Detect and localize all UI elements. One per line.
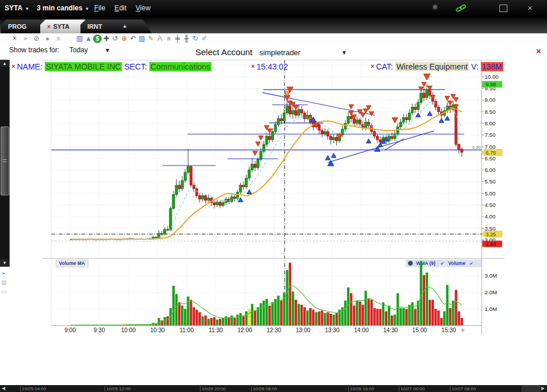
wrench-icon[interactable]: ✐ [200,34,209,43]
scroll-up-icon[interactable]: ▲ [0,60,9,67]
chevron-down-icon[interactable]: ▼ [105,47,110,53]
price-axis-label: 3.50 [484,225,495,232]
menu-file[interactable]: File [94,4,105,12]
close-chart-button[interactable]: × [536,46,541,56]
legend-volume-label: Volume [448,260,465,266]
menu-edit[interactable]: Edit [114,4,126,12]
candle [414,107,417,109]
candle [187,167,189,172]
price-axis-label: 5.50 [484,178,495,185]
chart-canvas[interactable]: 9:009:3010:0010:3011:0011:3012:0012:3013… [0,60,547,385]
candle [402,118,405,122]
horizontal-scrollbar-thumb[interactable] [522,386,540,392]
volume-bar [323,313,326,326]
volume-bar [228,317,230,325]
volume-bar [341,307,344,325]
volume-bar [184,309,186,325]
candle [286,106,288,113]
crosshair-cursor-icon[interactable]: ✚ [102,34,111,43]
refresh-icon[interactable]: ↻ [191,34,200,43]
close-tab-icon[interactable]: × [47,23,51,30]
brush-icon[interactable]: ✎ [147,34,155,43]
volume-bar [461,318,463,325]
scroll-down-icon[interactable]: ▼ [0,259,9,267]
app-window: SYTA▼ 3 min candles▼ FileEditView ✱ × PR… [0,0,547,392]
checkbox-checked-icon[interactable]: ✔ [441,261,444,266]
volume-bar [312,310,314,325]
lasso-icon[interactable]: ↺ [111,34,120,43]
volume-bar [359,301,361,325]
candle [283,113,285,121]
volume-bar [233,318,236,325]
interval-menu[interactable]: 3 min candles▼ [37,4,89,12]
dollar-icon[interactable]: $ [93,34,102,43]
candle [350,117,352,119]
gear-icon[interactable]: ✱ [432,3,438,11]
volume-bar [298,304,300,325]
volume-bar [379,309,382,325]
volume-bar [216,320,218,325]
box-tool-icon[interactable]: ▭ [1,289,6,295]
candle [458,144,460,149]
square-icon[interactable]: ■ [164,34,173,43]
buy-marker-icon [439,118,444,123]
show-trades-value[interactable]: Today [70,46,88,54]
tab-new[interactable]: + [116,20,152,33]
maximize-icon[interactable] [499,5,507,12]
annotate-icon[interactable]: A [156,34,164,43]
symbol-menu[interactable]: SYTA▼ [5,4,29,12]
candle [198,195,201,199]
candle [205,195,207,200]
volume-bar [446,285,448,325]
remove-field-icon[interactable]: × [251,63,255,70]
checkbox-checked-icon[interactable]: ✔ [469,261,473,266]
remove-field-icon[interactable]: × [11,63,15,70]
volume-bar [376,309,379,325]
volume-bar [213,317,215,325]
volume-bar [414,309,417,325]
axis-drag-handle-icon[interactable] [461,328,465,332]
candle [248,170,251,178]
vertical-scrollbar-thumb[interactable] [1,126,9,195]
horizontal-scrollbar[interactable]: ◀ ▶ 10/25 04:0010/25 12:0010/25 20:0010/… [0,385,547,392]
bars-tool-icon[interactable]: ▥ [1,279,6,286]
scroll-right-icon[interactable]: ▶ [541,386,545,391]
target-icon[interactable]: ⊕ [120,34,129,43]
vertical-scrollbar[interactable]: ▲ ▼ [0,60,10,267]
close-window-icon[interactable]: × [527,3,533,13]
no-tool-icon[interactable]: ⊘ [32,34,41,43]
candle [172,194,175,208]
candle [373,132,376,136]
account-selector[interactable]: Select Account simpletrader [195,47,301,57]
pattern-icon[interactable]: ▨ [138,34,147,43]
link-icon[interactable] [455,4,467,14]
time-axis-label: 10:30 [150,327,165,333]
dot-tool-icon[interactable]: ● [43,34,52,43]
blank-tool-icon[interactable]: ■ [54,34,63,43]
time-axis-label: 10:00 [121,327,136,333]
close-chart-icon[interactable]: × [10,34,19,43]
menu-view[interactable]: View [136,4,151,12]
candle [423,93,425,98]
volume-bar [251,304,253,325]
scroll-left-icon[interactable]: ◀ [2,386,5,391]
undo-icon[interactable]: ↶ [129,34,137,43]
volume-bar [408,305,410,325]
chevron-down-icon[interactable]: ▼ [341,49,347,56]
volume-bar [327,312,329,325]
show-trades-control[interactable]: Show trades for: Today ▼ [9,46,110,54]
area-chart-icon[interactable]: ▲ [84,34,93,43]
flag-tool-icon[interactable]: ➣ [1,270,6,276]
candle [274,125,276,132]
candle-spread-icon[interactable]: ╪ [174,34,182,43]
volume-chart-icon[interactable]: ▥ [75,34,84,43]
pointer-hand-icon[interactable]: ➢ [21,34,30,43]
candle [394,134,396,139]
titlebar: SYTA▼ 3 min candles▼ FileEditView ✱ × [0,0,547,17]
trendline[interactable] [263,93,375,115]
candle-spread2-icon[interactable]: ╫ [182,34,191,43]
candle [271,132,274,140]
remove-field-icon[interactable]: × [371,63,374,70]
sell-marker-icon [453,98,458,102]
price-axis-label: 4.00 [484,213,495,220]
